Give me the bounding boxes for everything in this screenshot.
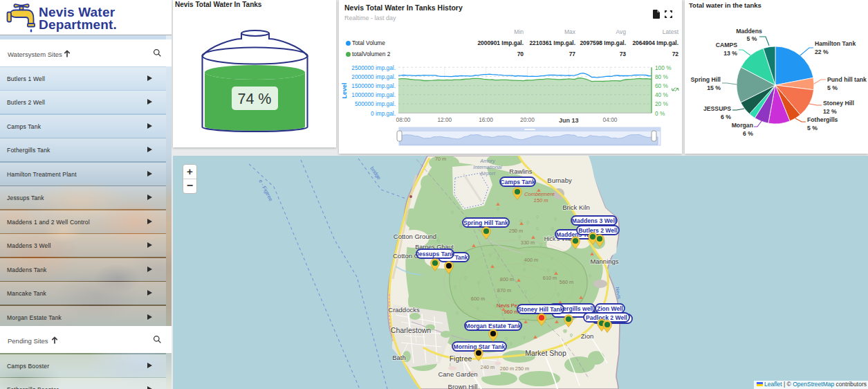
svg-text:0 %: 0 %	[655, 110, 665, 117]
svg-text:Airport: Airport	[479, 170, 496, 177]
svg-text:Fothergills: Fothergills	[807, 116, 838, 123]
svg-text:40 %: 40 %	[655, 91, 669, 98]
svg-text:Hamilton Tank: Hamilton Tank	[815, 40, 856, 47]
svg-text:560 m: 560 m	[560, 279, 573, 285]
svg-text:Bath: Bath	[392, 354, 406, 361]
svg-text:Burnaby: Burnaby	[547, 177, 572, 184]
svg-text:610 m: 610 m	[543, 275, 557, 281]
svg-text:5 %: 5 %	[747, 35, 757, 42]
svg-text:5 %: 5 %	[807, 125, 818, 132]
svg-text:74 %: 74 %	[237, 91, 271, 107]
svg-text:12:00: 12:00	[437, 116, 452, 123]
svg-text:Charlestown: Charlestown	[391, 326, 432, 334]
svg-text:400 m: 400 m	[524, 257, 538, 263]
svg-text:Figtree: Figtree	[450, 354, 472, 363]
svg-text:Maddens 3 Well: Maddens 3 Well	[572, 217, 616, 224]
svg-text:870 m: 870 m	[497, 287, 511, 293]
svg-text:250 m: 250 m	[509, 228, 523, 234]
svg-text:260 m: 260 m	[500, 365, 514, 372]
svg-text:80 %: 80 %	[655, 73, 669, 80]
svg-text:Craddocks: Craddocks	[388, 306, 420, 314]
svg-text:22 %: 22 %	[815, 48, 829, 55]
svg-text:Brown Hill: Brown Hill	[448, 383, 478, 389]
svg-text:600 m: 600 m	[471, 296, 485, 302]
svg-text:2000000 imp.gal.: 2000000 imp.gal.	[351, 73, 396, 80]
svg-text:Spring Hill Tank: Spring Hill Tank	[463, 219, 508, 226]
svg-text:1500000 imp.gal.: 1500000 imp.gal.	[351, 82, 396, 89]
svg-text:5 %: 5 %	[827, 84, 838, 91]
svg-text:12 %: 12 %	[823, 108, 837, 115]
svg-text:60 %: 60 %	[655, 82, 669, 89]
svg-text:0 imp.gal.: 0 imp.gal.	[371, 110, 396, 117]
svg-text:6 %: 6 %	[721, 114, 731, 120]
svg-text:CAMPS: CAMPS	[716, 42, 738, 48]
svg-text:Cane Garden: Cane Garden	[438, 370, 477, 378]
svg-text:Brick Kiln: Brick Kiln	[562, 203, 590, 211]
svg-text:800 m: 800 m	[500, 276, 514, 282]
svg-text:Butlers 2 Well: Butlers 2 Well	[578, 227, 618, 234]
svg-text:Padlock 2 Well: Padlock 2 Well	[586, 314, 627, 321]
svg-text:Rawlins: Rawlins	[509, 168, 533, 175]
svg-text:Amory: Amory	[479, 158, 496, 164]
svg-text:16:00: 16:00	[479, 116, 493, 123]
svg-text:6 %: 6 %	[743, 130, 753, 137]
svg-text:960 m: 960 m	[504, 309, 519, 315]
svg-text:Jun 13: Jun 13	[559, 117, 579, 124]
svg-text:International: International	[473, 164, 502, 170]
svg-text:Spring Hill: Spring Hill	[691, 76, 721, 83]
svg-text:Level: Level	[341, 82, 348, 98]
svg-text:150 m: 150 m	[534, 197, 548, 203]
svg-text:Stoney Hill: Stoney Hill	[823, 100, 854, 107]
svg-text:100 %: 100 %	[655, 64, 672, 71]
svg-text:500000 imp.gal.: 500000 imp.gal.	[355, 100, 396, 107]
svg-text:Zion: Zion	[581, 332, 593, 340]
svg-text:Morgan: Morgan	[732, 122, 753, 129]
svg-text:Pund hill tank: Pund hill tank	[827, 76, 867, 83]
svg-text:JESSUPS: JESSUPS	[703, 105, 731, 112]
svg-text:Combermere: Combermere	[524, 191, 555, 197]
svg-text:Stoney Hill Tank: Stoney Hill Tank	[517, 306, 563, 313]
svg-text:Tank: Tank	[455, 254, 468, 261]
svg-text:04:00: 04:00	[603, 116, 618, 123]
svg-text:330 m: 330 m	[521, 239, 535, 246]
svg-text:240 m: 240 m	[481, 364, 495, 370]
svg-text:Camps Tank: Camps Tank	[500, 179, 535, 186]
svg-text:250 m: 250 m	[515, 365, 529, 372]
svg-text:20 %: 20 %	[655, 100, 669, 107]
svg-text:Maddens: Maddens	[736, 28, 762, 35]
svg-text:2500000 imp.gal.: 2500000 imp.gal.	[351, 64, 396, 71]
svg-text:Cotton Ground: Cotton Ground	[394, 233, 436, 240]
svg-text:13 %: 13 %	[723, 50, 737, 57]
svg-text:70 m: 70 m	[435, 156, 446, 162]
svg-text:1000000 imp.gal.: 1000000 imp.gal.	[351, 91, 396, 98]
svg-text:08:00: 08:00	[396, 116, 411, 123]
svg-text:Market Shop: Market Shop	[525, 349, 566, 357]
svg-text:Mannings: Mannings	[590, 257, 618, 265]
svg-text:15 %: 15 %	[707, 84, 721, 91]
svg-text:20:00: 20:00	[520, 116, 535, 123]
svg-text:Zion Well: Zion Well	[597, 305, 623, 312]
svg-text:Jessups Tank: Jessups Tank	[416, 251, 454, 257]
svg-text:Morgan Estate Tank: Morgan Estate Tank	[465, 323, 521, 329]
